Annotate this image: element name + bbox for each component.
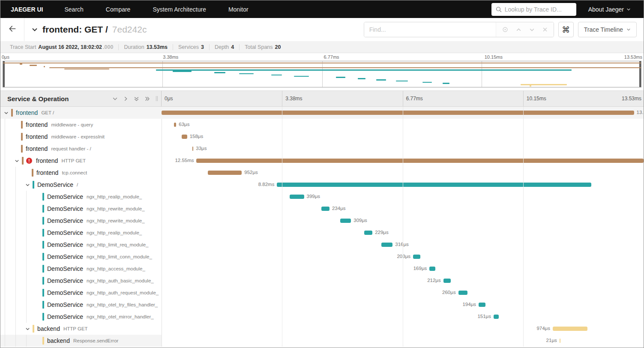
span-row-timeline-cell[interactable]: 316μs xyxy=(162,239,644,251)
trace-view-selector[interactable]: Trace Timeline xyxy=(578,22,637,37)
span-row-name-cell[interactable]: ! DemoService ngx_http_auth_basic_module… xyxy=(0,275,162,287)
nav-item-search[interactable]: Search xyxy=(53,6,94,13)
span-row-name-cell[interactable]: ! DemoService ngx_http_otel_try_files_ha… xyxy=(0,299,162,311)
span-row-name-cell[interactable]: ! DemoService ngx_http_limit_req_module_ xyxy=(0,239,162,251)
span-bar[interactable] xyxy=(277,183,591,187)
span-row-timeline-cell[interactable]: 229μs xyxy=(162,227,644,239)
span-bar[interactable] xyxy=(290,195,304,199)
span-row-name-cell[interactable]: ! DemoService ngx_http_realip_module_ xyxy=(0,227,162,239)
span-expand-chevron-icon[interactable] xyxy=(15,159,22,163)
span-row-timeline-cell[interactable]: 212μs xyxy=(162,275,644,287)
clear-search-icon[interactable] xyxy=(542,27,548,32)
collapse-one-icon[interactable] xyxy=(112,96,118,102)
span-row-timeline-cell[interactable]: 13.53ms xyxy=(162,107,644,119)
duration-label: Duration xyxy=(124,44,144,50)
span-row-timeline-cell[interactable]: 309μs xyxy=(162,215,644,227)
span-row-name-cell[interactable]: ! DemoService ngx_http_realip_module_ xyxy=(0,191,162,203)
span-row-name-cell[interactable]: ! backend HTTP GET xyxy=(0,323,162,335)
minimap-span-bar xyxy=(376,79,386,81)
span-row-timeline-cell[interactable]: 952μs xyxy=(162,167,644,179)
span-row: ! frontend middleware - query 63μs xyxy=(0,119,644,131)
span-expand-chevron-icon[interactable] xyxy=(25,183,33,187)
span-row-name-cell[interactable]: ! DemoService ngx_http_otel_mirror_handl… xyxy=(0,311,162,323)
expand-all-icon[interactable] xyxy=(144,96,150,102)
span-bar[interactable] xyxy=(174,123,176,127)
expand-one-icon[interactable] xyxy=(123,96,129,102)
collapse-all-icon[interactable] xyxy=(134,96,139,102)
span-row-name-cell[interactable]: ! backend Response.sendError xyxy=(0,335,162,347)
trace-start-ms: .000 xyxy=(103,44,113,50)
span-bar[interactable] xyxy=(443,279,451,283)
span-row-name-cell[interactable]: ! DemoService ngx_http_rewrite_module_ xyxy=(0,203,162,215)
column-resize-grip[interactable] xyxy=(156,96,158,101)
span-row-name-cell[interactable]: ! DemoService ngx_http_access_module_ xyxy=(0,263,162,275)
span-row-name-cell[interactable]: ! frontend request handler - / xyxy=(0,143,162,155)
minimap-left-handle[interactable] xyxy=(3,61,5,87)
span-row-name-cell[interactable]: ! frontend middleware - expressInit xyxy=(0,131,162,143)
span-bar[interactable] xyxy=(196,159,644,163)
span-row-name-cell[interactable]: ! frontend HTTP GET xyxy=(0,155,162,167)
span-bar[interactable] xyxy=(182,135,187,139)
span-row-timeline-cell[interactable]: 8.82ms xyxy=(162,179,644,191)
indent-guide xyxy=(26,251,27,263)
span-bar[interactable] xyxy=(321,207,329,211)
back-button[interactable] xyxy=(0,18,24,41)
span-row-timeline-cell[interactable]: 399μs xyxy=(162,191,644,203)
span-expand-chevron-icon[interactable] xyxy=(25,327,33,331)
span-row-timeline-cell[interactable]: 33μs xyxy=(162,143,644,155)
span-bar[interactable] xyxy=(494,315,499,319)
span-row: ! DemoService ngx_http_otel_try_files_ha… xyxy=(0,299,644,311)
span-bar[interactable] xyxy=(413,255,420,259)
span-row-timeline-cell[interactable]: 158μs xyxy=(162,131,644,143)
span-bar[interactable] xyxy=(192,147,194,151)
span-row-timeline-cell[interactable]: 169μs xyxy=(162,263,644,275)
nav-item-compare[interactable]: Compare xyxy=(95,6,142,13)
span-bar[interactable] xyxy=(560,339,560,343)
keyboard-shortcuts-button[interactable]: ⌘ xyxy=(558,22,574,37)
indent-guide xyxy=(26,311,27,323)
minimap-right-handle[interactable] xyxy=(639,61,641,87)
span-row-name-cell[interactable]: ! frontend GET / xyxy=(0,107,162,119)
span-row-timeline-cell[interactable]: 194μs xyxy=(162,299,644,311)
minimap-span-bar xyxy=(521,84,566,85)
span-row-name-cell[interactable]: ! DemoService ngx_http_limit_conn_module… xyxy=(0,251,162,263)
indent-guide xyxy=(5,287,5,299)
span-row: ! DemoService ngx_http_auth_request_modu… xyxy=(0,287,644,299)
next-result-icon[interactable] xyxy=(529,27,535,33)
about-jaeger-menu[interactable]: About Jaeger xyxy=(588,6,631,13)
nav-item-system-architecture[interactable]: System Architecture xyxy=(141,6,217,13)
span-bar[interactable] xyxy=(553,327,587,331)
operation-name: ngx_http_limit_req_module_ xyxy=(87,242,148,247)
span-row-name-cell[interactable]: ! frontend middleware - query xyxy=(0,119,162,131)
span-bar[interactable] xyxy=(162,111,634,115)
span-bar[interactable] xyxy=(208,171,242,175)
find-input[interactable] xyxy=(364,22,496,37)
span-row-timeline-cell[interactable]: 151μs xyxy=(162,311,644,323)
indent-guide xyxy=(15,335,16,347)
prev-result-icon[interactable] xyxy=(516,27,521,33)
span-bar[interactable] xyxy=(479,303,485,307)
span-row-name-cell[interactable]: ! DemoService / xyxy=(0,179,162,191)
span-bar[interactable] xyxy=(458,291,468,295)
nav-brand[interactable]: JAEGER UI xyxy=(0,6,53,13)
nav-item-monitor[interactable]: Monitor xyxy=(217,6,260,13)
span-row-timeline-cell[interactable]: 234μs xyxy=(162,203,644,215)
collapse-trace-detail-chevron-icon[interactable] xyxy=(31,26,38,33)
span-row-timeline-cell[interactable]: 12.55ms xyxy=(162,155,644,167)
trace-minimap[interactable] xyxy=(3,61,641,87)
locate-icon[interactable] xyxy=(502,27,508,33)
span-bar[interactable] xyxy=(429,267,435,271)
span-row-timeline-cell[interactable]: 203μs xyxy=(162,251,644,263)
span-row-name-cell[interactable]: ! DemoService ngx_http_auth_request_modu… xyxy=(0,287,162,299)
span-row-timeline-cell[interactable]: 260μs xyxy=(162,287,644,299)
span-bar[interactable] xyxy=(381,243,392,247)
span-bar[interactable] xyxy=(340,219,351,223)
span-row-timeline-cell[interactable]: 63μs xyxy=(162,119,644,131)
span-row-name-cell[interactable]: ! DemoService ngx_http_rewrite_module_ xyxy=(0,215,162,227)
span-row-name-cell[interactable]: ! frontend tcp.connect xyxy=(0,167,162,179)
span-row-timeline-cell[interactable]: 974μs xyxy=(162,323,644,335)
span-expand-chevron-icon[interactable] xyxy=(4,111,11,115)
span-row-timeline-cell[interactable]: 21μs xyxy=(162,335,644,347)
trace-id-lookup-input[interactable] xyxy=(505,6,572,13)
span-bar[interactable] xyxy=(364,231,372,235)
